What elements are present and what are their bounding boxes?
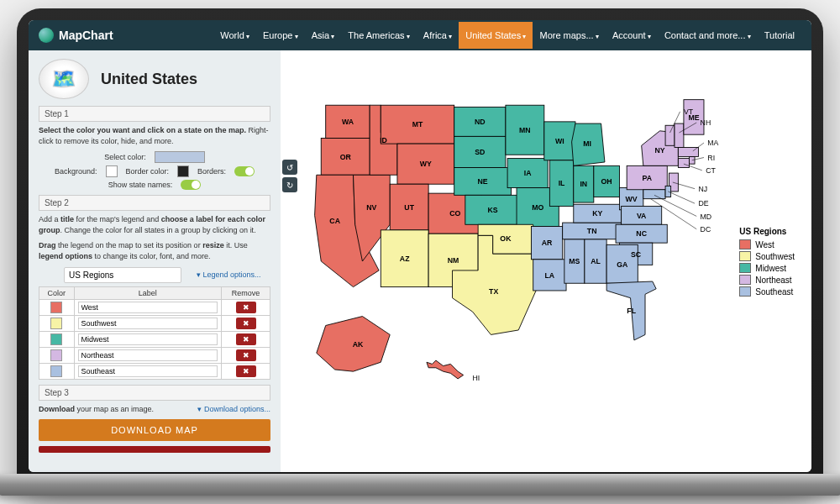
row-label-input[interactable]	[78, 318, 218, 329]
ext-label-MD: MD	[701, 213, 712, 221]
brand[interactable]: MapChart	[39, 28, 113, 43]
select-color-swatch[interactable]	[155, 151, 205, 163]
nav-africa[interactable]: Africa	[417, 22, 459, 49]
row-label-input[interactable]	[78, 365, 218, 377]
state-IN[interactable]	[574, 165, 594, 202]
state-NC[interactable]	[616, 224, 667, 243]
show-names-toggle[interactable]	[181, 180, 201, 190]
page-title-row: 🗺️ United States	[39, 59, 270, 99]
state-MS[interactable]	[564, 239, 585, 283]
state-AZ[interactable]	[381, 230, 428, 287]
redo-button[interactable]: ↻	[282, 177, 297, 192]
bg-border-row: Background: Border color: Borders:	[39, 165, 270, 177]
state-DE[interactable]	[665, 186, 671, 197]
select-color-label: Select color:	[104, 153, 146, 161]
nav-united-states[interactable]: United States	[459, 22, 533, 49]
remove-button[interactable]: ✖	[236, 333, 256, 345]
state-AK[interactable]	[317, 317, 390, 372]
state-VT[interactable]	[665, 125, 675, 145]
state-MT[interactable]	[381, 105, 454, 144]
remove-button[interactable]: ✖	[236, 318, 256, 329]
legend-swatch	[739, 286, 751, 297]
state-MI[interactable]	[572, 123, 605, 165]
borders-toggle[interactable]	[234, 166, 255, 176]
state-WA[interactable]	[326, 105, 370, 138]
state-ND[interactable]	[454, 107, 506, 136]
row-label-input[interactable]	[78, 302, 218, 313]
download-options-link[interactable]: ▾ Download options...	[197, 405, 270, 413]
legend-label: West	[755, 240, 774, 249]
state-WY[interactable]	[397, 144, 454, 184]
names-row: Show state names:	[39, 180, 270, 190]
state-VA[interactable]	[622, 206, 662, 224]
table-row: ✖	[39, 299, 270, 315]
state-MD[interactable]	[643, 190, 665, 199]
state-GA[interactable]	[606, 244, 638, 283]
row-color-swatch[interactable]	[50, 302, 62, 313]
row-color-swatch[interactable]	[50, 349, 62, 361]
background-swatch[interactable]	[106, 165, 118, 177]
nav-account[interactable]: Account	[606, 22, 658, 49]
remove-button[interactable]: ✖	[236, 302, 256, 313]
state-NH[interactable]	[675, 123, 684, 147]
nav-the-americas[interactable]: The Americas	[341, 22, 416, 49]
legend-options-link[interactable]: ▾ Legend options...	[197, 270, 261, 279]
legend-swatch	[739, 263, 751, 273]
legend-title-input[interactable]	[64, 267, 181, 283]
state-LA[interactable]	[533, 260, 566, 291]
download-map-button[interactable]: DOWNLOAD MAP	[39, 419, 270, 441]
state-IA[interactable]	[507, 159, 548, 188]
state-FL[interactable]	[606, 281, 656, 340]
legend-row: Southwest	[739, 251, 795, 261]
nav-more-maps-[interactable]: More maps...	[533, 22, 605, 49]
remove-button[interactable]: ✖	[236, 365, 256, 377]
state-UT[interactable]	[390, 184, 428, 230]
row-label-input[interactable]	[78, 349, 218, 361]
state-HI[interactable]	[427, 360, 464, 379]
secondary-button[interactable]	[39, 446, 270, 453]
border-color-swatch[interactable]	[177, 165, 189, 177]
row-color-swatch[interactable]	[50, 333, 62, 345]
state-SD[interactable]	[454, 136, 506, 167]
ext-label-NH: NH	[701, 118, 711, 127]
state-IL[interactable]	[549, 160, 573, 207]
leader-line	[668, 192, 695, 203]
remove-button[interactable]: ✖	[236, 349, 256, 361]
us-map[interactable]: WAORCANVIDMTWYUTCOAZNMNDSDNEKSMNIAMOWIIL…	[289, 59, 803, 464]
nav-asia[interactable]: Asia	[305, 22, 342, 49]
state-PA[interactable]	[627, 165, 667, 189]
step1-text: Select the color you want and click on a…	[39, 125, 270, 146]
state-WI[interactable]	[544, 122, 575, 160]
state-OR[interactable]	[321, 139, 370, 176]
row-color-swatch[interactable]	[50, 365, 62, 377]
nav-europe[interactable]: Europe	[256, 22, 305, 49]
legend-row: West	[739, 239, 795, 249]
ext-label-MA: MA	[707, 139, 718, 147]
ext-label-DC: DC	[701, 225, 711, 234]
content: 🗺️ United States Step 1 Select the color…	[29, 50, 811, 472]
legend-row: Northeast	[739, 275, 795, 285]
legend-label: Southeast	[755, 287, 793, 297]
undo-button[interactable]: ↺	[282, 160, 297, 175]
state-KS[interactable]	[465, 195, 521, 224]
state-ME[interactable]	[684, 100, 704, 135]
state-TN[interactable]	[563, 223, 622, 239]
nav-world[interactable]: World	[213, 22, 256, 49]
state-OH[interactable]	[594, 165, 620, 197]
state-MA[interactable]	[678, 147, 698, 156]
state-AR[interactable]	[532, 226, 563, 259]
background-label: Background:	[55, 167, 97, 176]
nav-contact-and-more-[interactable]: Contact and more...	[658, 22, 758, 49]
step1-header: Step 1	[39, 106, 270, 122]
state-AL[interactable]	[585, 239, 606, 283]
state-MN[interactable]	[506, 105, 544, 155]
row-label-input[interactable]	[78, 333, 218, 345]
ext-label-RI: RI	[707, 154, 715, 162]
map-legend[interactable]: US Regions WestSouthwestMidwestNortheast…	[739, 227, 795, 298]
row-color-swatch[interactable]	[50, 318, 62, 329]
state-NE[interactable]	[454, 168, 512, 196]
state-CT[interactable]	[678, 159, 689, 168]
state-KY[interactable]	[574, 204, 622, 223]
nav-tutorial[interactable]: Tutorial	[758, 22, 801, 49]
step2-text2: Drag the legend on the map to set its po…	[39, 240, 270, 261]
